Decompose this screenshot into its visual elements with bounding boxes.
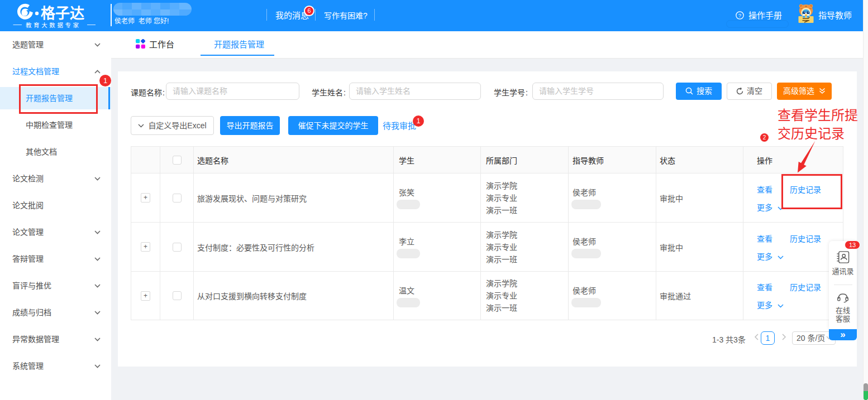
svg-text:教育大数据专家: 教育大数据专家	[26, 22, 81, 28]
svg-text:?: ?	[738, 12, 741, 18]
svg-text:格子达: 格子达	[41, 5, 84, 22]
